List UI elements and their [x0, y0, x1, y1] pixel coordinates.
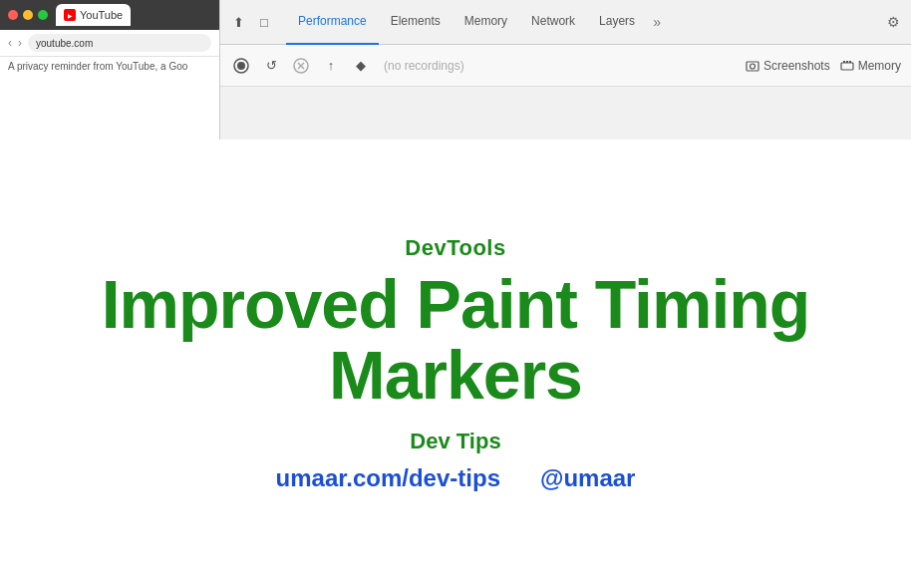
- youtube-browser-bg: YouTube ‹ › youtube.com A privacy remind…: [0, 0, 219, 140]
- youtube-tab[interactable]: YouTube: [56, 4, 131, 26]
- devtools-tabs: Performance Elements Memory Network Laye…: [286, 0, 879, 45]
- back-button[interactable]: ‹: [8, 36, 12, 50]
- tab-bar: YouTube: [0, 0, 219, 30]
- screenshots-toggle[interactable]: Screenshots: [746, 59, 830, 73]
- memory-toggle[interactable]: Memory: [840, 59, 901, 73]
- maximize-window-button[interactable]: [38, 10, 48, 20]
- device-toolbar-icon[interactable]: □: [254, 12, 274, 32]
- tab-performance[interactable]: Performance: [286, 0, 379, 45]
- title-line1: Improved Paint Timing: [102, 266, 810, 342]
- clear-button[interactable]: [290, 55, 312, 77]
- memory-label: Memory: [858, 59, 901, 73]
- screenshots-label: Screenshots: [763, 59, 830, 73]
- devtools-tag: DevTools: [405, 235, 505, 261]
- devtips-links: umaar.com/dev-tips @umaar: [276, 464, 636, 492]
- traffic-lights: [8, 10, 48, 20]
- main-content: Trending DevTools Improved Paint Timing …: [0, 140, 911, 588]
- devtools-icons: ⬆ □: [228, 12, 274, 32]
- inspect-element-icon[interactable]: ⬆: [228, 12, 248, 32]
- svg-point-6: [750, 64, 755, 69]
- privacy-text: A privacy reminder from YouTube, a Goo: [8, 61, 187, 72]
- svg-point-1: [237, 62, 245, 70]
- youtube-tab-label: YouTube: [80, 9, 123, 21]
- privacy-bar: A privacy reminder from YouTube, a Goo: [0, 56, 219, 76]
- minimize-window-button[interactable]: [23, 10, 33, 20]
- performance-toolbar: ↺ ↑ ◆ (no recordings) Screenshots: [220, 45, 911, 87]
- tab-layers[interactable]: Layers: [587, 0, 647, 45]
- address-input[interactable]: youtube.com: [28, 34, 211, 52]
- address-bar: ‹ › youtube.com: [0, 30, 219, 56]
- tab-memory[interactable]: Memory: [453, 0, 519, 45]
- svg-rect-7: [841, 63, 853, 70]
- no-recordings-label: (no recordings): [384, 59, 464, 73]
- title-line2: Markers: [329, 337, 582, 413]
- devtips-url[interactable]: umaar.com/dev-tips: [276, 464, 500, 492]
- svg-rect-10: [849, 61, 851, 63]
- more-tabs-button[interactable]: »: [647, 14, 667, 30]
- tab-network[interactable]: Network: [519, 0, 587, 45]
- devtools-settings-button[interactable]: ⚙: [883, 12, 903, 32]
- perf-right-controls: Screenshots Memory: [746, 59, 901, 73]
- devtools-toolbar: ⬆ □ Performance Elements Memory Network …: [220, 0, 911, 45]
- tab-elements[interactable]: Elements: [379, 0, 453, 45]
- devtips-overlay-card: DevTools Improved Paint Timing Markers D…: [0, 140, 911, 588]
- svg-rect-9: [846, 61, 848, 63]
- close-window-button[interactable]: [8, 10, 18, 20]
- devtips-subtitle: Dev Tips: [410, 429, 500, 454]
- capture-settings-button[interactable]: ◆: [350, 55, 372, 77]
- load-profile-button[interactable]: ↑: [320, 55, 342, 77]
- devtools-panel: ⬆ □ Performance Elements Memory Network …: [219, 0, 911, 140]
- svg-rect-8: [843, 61, 845, 63]
- svg-rect-5: [747, 62, 759, 71]
- devtips-main-title: Improved Paint Timing Markers: [102, 269, 810, 412]
- forward-button[interactable]: ›: [18, 36, 22, 50]
- record-button[interactable]: [230, 55, 252, 77]
- browser-chrome: YouTube ‹ › youtube.com A privacy remind…: [0, 0, 911, 140]
- devtips-twitter[interactable]: @umaar: [540, 464, 635, 492]
- youtube-favicon-icon: [64, 9, 76, 21]
- reload-record-button[interactable]: ↺: [260, 55, 282, 77]
